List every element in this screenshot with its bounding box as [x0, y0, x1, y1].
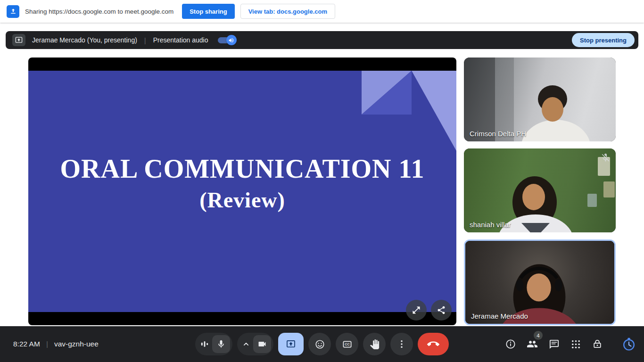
stop-sharing-button[interactable]: Stop sharing — [182, 4, 234, 19]
audio-level-icon — [199, 339, 210, 349]
slide-title: ORAL COMMUNICATION 11 — [60, 154, 425, 184]
google-meet-window: Sharing https://docs.google.com to meet.… — [0, 0, 644, 362]
participant-tile-1[interactable]: Crimson Delta PH — [464, 58, 616, 141]
call-controls — [195, 333, 449, 355]
chevron-up-icon — [241, 339, 251, 349]
participant-name: shaniah villar — [470, 221, 511, 229]
participants-panel: Crimson Delta PH shaniah villar — [464, 58, 616, 325]
share-slide-button[interactable] — [431, 300, 452, 321]
participant-video-feed — [465, 241, 614, 324]
info-icon — [505, 338, 516, 350]
presenting-bar: Jeramae Mercado (You, presenting) | Pres… — [6, 31, 638, 49]
call-end-icon — [427, 338, 439, 350]
stop-presenting-button[interactable]: Stop presenting — [572, 33, 635, 47]
activities-button[interactable] — [565, 333, 586, 355]
stage-actions — [406, 300, 452, 321]
view-tab-button[interactable]: View tab: docs.google.com — [240, 4, 335, 19]
video-scene-figure — [464, 58, 616, 141]
present-now-button-active[interactable] — [278, 333, 304, 355]
videocam-icon — [253, 335, 271, 353]
fullscreen-button[interactable] — [406, 300, 427, 321]
more-options-button[interactable] — [390, 333, 413, 355]
raise-hand-icon — [370, 339, 380, 349]
participant-name: Jeramae Mercado — [471, 312, 528, 320]
presenting-bar-divider: | — [144, 36, 146, 44]
screen-share-icon — [7, 5, 19, 18]
tab-sharing-banner: Sharing https://docs.google.com to meet.… — [0, 0, 644, 23]
participant-tile-3-self[interactable]: Jeramae Mercado — [464, 239, 616, 325]
presenter-name: Jeramae Mercado (You, presenting) — [32, 36, 137, 44]
timer-clock-icon — [621, 335, 636, 354]
video-scene-figure — [465, 241, 614, 324]
presentation-audio-toggle[interactable] — [216, 34, 237, 46]
chat-icon — [549, 339, 560, 350]
presentation-slide: ORAL COMMUNICATION 11 (Review) — [28, 71, 456, 312]
meeting-details-button[interactable] — [500, 333, 521, 355]
participant-name: Crimson Delta PH — [470, 130, 526, 138]
camera-button[interactable] — [237, 333, 273, 355]
expand-icon — [412, 305, 421, 315]
slide-corner-decoration — [362, 71, 456, 151]
volume-up-icon — [226, 35, 237, 45]
timer-extension-button[interactable] — [619, 334, 639, 354]
more-vertical-icon — [396, 339, 407, 349]
mic-off-icon — [601, 153, 611, 165]
closed-captions-icon — [342, 339, 353, 350]
people-icon — [527, 338, 538, 350]
participant-video-feed — [464, 58, 616, 141]
meeting-info: 8:22 AM | vav-gznh-uee — [13, 326, 99, 362]
mic-icon — [212, 335, 230, 353]
microphone-button[interactable] — [195, 333, 232, 355]
info-divider: | — [46, 340, 48, 348]
presentation-audio-label: Presentation audio — [153, 36, 208, 44]
reactions-button[interactable] — [308, 333, 331, 355]
video-scene-figure — [464, 148, 616, 232]
chat-button[interactable] — [543, 333, 565, 355]
present-to-all-icon — [286, 339, 296, 349]
meet-control-bar: 8:22 AM | vav-gznh-uee — [0, 326, 644, 362]
clock-time: 8:22 AM — [13, 340, 40, 348]
participant-tile-2[interactable]: shaniah villar — [464, 148, 616, 232]
share-icon — [437, 305, 446, 315]
emoji-smile-icon — [314, 339, 325, 350]
slide-subtitle: (Review) — [199, 188, 285, 213]
captions-button[interactable] — [336, 333, 358, 355]
present-to-all-icon — [12, 34, 25, 46]
sharing-message: Sharing https://docs.google.com to meet.… — [25, 8, 173, 15]
leave-call-button[interactable] — [418, 333, 449, 355]
meeting-code: vav-gznh-uee — [54, 340, 99, 348]
raise-hand-button[interactable] — [363, 333, 386, 355]
people-button[interactable]: 4 — [521, 333, 543, 355]
host-controls-button[interactable] — [586, 333, 608, 355]
lock-icon — [592, 338, 603, 350]
presentation-stage: ORAL COMMUNICATION 11 (Review) — [28, 58, 456, 325]
participant-count-badge: 4 — [534, 331, 543, 340]
apps-grid-icon — [570, 339, 581, 350]
meeting-panels: 4 — [500, 326, 639, 362]
participant-video-feed — [464, 148, 616, 232]
